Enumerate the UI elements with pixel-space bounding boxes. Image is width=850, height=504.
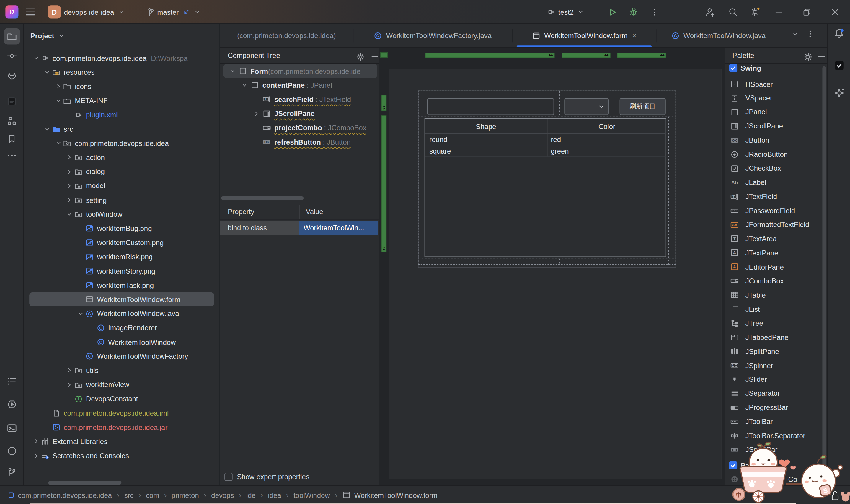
run-configuration-widget[interactable]: test2	[546, 0, 584, 24]
minimize-button[interactable]	[774, 0, 783, 24]
terminal-button[interactable]	[4, 420, 20, 436]
debug-button[interactable]	[629, 0, 639, 24]
project-tree-item-com.primeton.devops.ide.idea.jar[interactable]: com.primeton.devops.ide.idea.jar	[24, 420, 219, 434]
palette-item-JComboBox[interactable]: JComboBox	[725, 274, 827, 288]
notifications-button[interactable]	[832, 26, 847, 41]
component-tree-item-JScrollPane[interactable]: JScrollPane	[220, 107, 379, 121]
palette-group-Pa[interactable]: Pa	[725, 458, 827, 472]
project-tree-item-action[interactable]: action	[24, 150, 219, 164]
bookmarks-button[interactable]	[4, 131, 20, 147]
project-tree-item-dialog[interactable]: dialog	[24, 164, 219, 179]
palette-item-JButton[interactable]: OKJButton	[725, 133, 827, 147]
breadcrumb-devops[interactable]: devops	[211, 491, 234, 499]
palette-item-JTextPane[interactable]: AJTextPane	[725, 246, 827, 260]
project-tree-item-workItemBug.png[interactable]: workItemBug.png	[24, 221, 219, 236]
breadcrumb-WorkitemToolWindow.form[interactable]: WorkitemToolWindow.form	[342, 491, 437, 499]
palette-partial-item[interactable]: Co	[725, 472, 827, 485]
project-tree-item-com.primeton.devops.ide.idea[interactable]: com.primeton.devops.ide.idea	[24, 136, 219, 150]
palette-item-JProgressBar[interactable]: JProgressBar	[725, 401, 827, 415]
close-button[interactable]	[831, 0, 840, 24]
palette-item-JSlider[interactable]: JSlider	[725, 372, 827, 386]
designed-search-field[interactable]	[427, 98, 554, 115]
project-tree-item-WorkitemToolWindow.java[interactable]: CWorkitemToolWindow.java	[24, 306, 219, 321]
palette-item-VSpacer[interactable]: VSpacer	[725, 91, 827, 105]
palette-item-JEditorPane[interactable]: AJEditorPane	[725, 260, 827, 274]
project-tree-item-ImageRenderer[interactable]: CImageRenderer	[24, 321, 219, 335]
property-value-cell[interactable]: WorkitemToolWin...	[300, 220, 379, 235]
hide-icon[interactable]	[817, 52, 826, 61]
sparkle-button[interactable]	[831, 85, 847, 101]
palette-item-JPasswordField[interactable]: JPasswordField	[725, 204, 827, 218]
breadcrumb-ide[interactable]: ide	[246, 491, 256, 499]
breadcrumb-com.primeton.devops.ide.idea[interactable]: com.primeton.devops.ide.idea	[8, 491, 112, 499]
project-tree-item-Scratches-and-Consoles[interactable]: Scratches and Consoles	[24, 449, 219, 463]
project-tree-item-com.primeton.devops.ide.idea[interactable]: com.primeton.devops.ide.ideaD:\Workspa	[24, 51, 219, 65]
component-tree-scrollbar[interactable]	[221, 196, 304, 200]
table-row[interactable]: roundred	[425, 134, 666, 146]
checklist-button[interactable]	[831, 58, 847, 74]
project-tree-item-toolWindow[interactable]: toolWindow	[24, 207, 219, 221]
more-actions-button[interactable]	[650, 0, 659, 24]
palette-item-JSplitPane[interactable]: JSplitPane	[725, 344, 827, 358]
project-tree-item-workitemView[interactable]: workitemView	[24, 378, 219, 392]
project-tree-item-resources[interactable]: resources	[24, 65, 219, 79]
project-tree-item-src[interactable]: src	[24, 122, 219, 136]
palette-item-JTree[interactable]: JTree	[725, 316, 827, 330]
project-tree-item-workItemCustom.png[interactable]: workItemCustom.png	[24, 236, 219, 250]
breadcrumb-src[interactable]: src	[124, 491, 134, 499]
designer-column-header[interactable]: ↔	[617, 53, 666, 58]
component-tree-item-searchField[interactable]: TsearchField : JTextField	[220, 92, 379, 107]
more-button[interactable]	[4, 147, 20, 164]
project-tree-item-utils[interactable]: utils	[24, 363, 219, 378]
palette-scrollbar[interactable]	[822, 66, 826, 485]
editor-tab-WorkitemToolWindow.java[interactable]: CWorkitemToolWindow.java	[656, 24, 781, 47]
designed-project-combo[interactable]	[564, 98, 609, 115]
services-button[interactable]	[4, 396, 20, 412]
designer-row-header[interactable]: ↕	[381, 95, 386, 111]
palette-item-JFormattedTextField[interactable]: AbJFormattedTextField	[725, 218, 827, 232]
designer-row-header[interactable]: ↕	[381, 115, 386, 252]
palette-item-JRadioButton[interactable]: JRadioButton	[725, 147, 827, 162]
chevron-down-icon[interactable]	[58, 32, 65, 39]
project-tree-item-WorkitemToolWindow[interactable]: CWorkitemToolWindow	[24, 335, 219, 349]
commit-button[interactable]	[4, 48, 20, 64]
git-branch-button[interactable]	[4, 464, 20, 480]
palette-item-JSeparator[interactable]: JSeparator	[725, 386, 827, 401]
table-column-header-Color[interactable]: Color	[547, 119, 667, 134]
project-tree-item-WorkitemToolWindowFactory[interactable]: CWorkitemToolWindowFactory	[24, 349, 219, 363]
project-tree-item-plugin.xml[interactable]: plugin.xml	[24, 108, 219, 122]
tab-close-icon[interactable]: ×	[632, 31, 636, 39]
palette-item-JTable[interactable]: JTable	[725, 288, 827, 302]
todo-button[interactable]	[4, 373, 20, 389]
vcs-widget[interactable]: master	[145, 0, 201, 24]
palette-item-JScrollBar[interactable]: JScrollBar	[725, 443, 827, 457]
notebook-button[interactable]	[4, 93, 20, 110]
chevron-down-icon[interactable]	[792, 29, 799, 38]
designed-table[interactable]: ShapeColorroundredsquaregreen	[424, 118, 666, 257]
palette-item-JToolBar.Separator[interactable]: JToolBar.Separator	[725, 429, 827, 443]
component-tree-item-projectCombo[interactable]: projectCombo : JComboBox	[220, 121, 379, 135]
designer-column-header[interactable]: ↔	[425, 53, 555, 58]
project-widget[interactable]: D devops-ide-idea	[48, 0, 125, 24]
project-folder-button[interactable]	[4, 28, 20, 44]
table-column-header-Shape[interactable]: Shape	[425, 119, 547, 134]
gitlab-button[interactable]	[4, 68, 20, 84]
project-tree-item-External-Libraries[interactable]: External Libraries	[24, 434, 219, 449]
breadcrumb-primeton[interactable]: primeton	[171, 491, 199, 499]
gear-icon[interactable]	[803, 52, 813, 62]
breadcrumb-com[interactable]: com	[146, 491, 159, 499]
palette-item-JCheckBox[interactable]: JCheckBox	[725, 162, 827, 176]
palette-item-JTextField[interactable]: TJTextField	[725, 190, 827, 204]
search-everywhere-button[interactable]	[728, 0, 738, 24]
form-root-panel[interactable]: 刷新项目 ShapeColorroundredsquaregreen	[388, 69, 722, 479]
project-tree-item-workItemTask.png[interactable]: workItemTask.png	[24, 278, 219, 292]
breadcrumb-toolWindow[interactable]: toolWindow	[293, 491, 330, 499]
gear-icon[interactable]	[356, 52, 365, 62]
settings-button[interactable]	[749, 0, 759, 24]
project-tree-item-DevopsConstant[interactable]: IDevopsConstant	[24, 392, 219, 406]
editor-tab-WorkitemToolWindowFactory.java[interactable]: CWorkitemToolWindowFactory.java	[353, 24, 512, 47]
project-tree-item-model[interactable]: model	[24, 179, 219, 193]
project-tree-item-WorkitemToolWindow.form[interactable]: WorkitemToolWindow.form	[24, 292, 219, 306]
project-tree-item-setting[interactable]: setting	[24, 193, 219, 207]
main-menu-button[interactable]	[25, 0, 36, 24]
